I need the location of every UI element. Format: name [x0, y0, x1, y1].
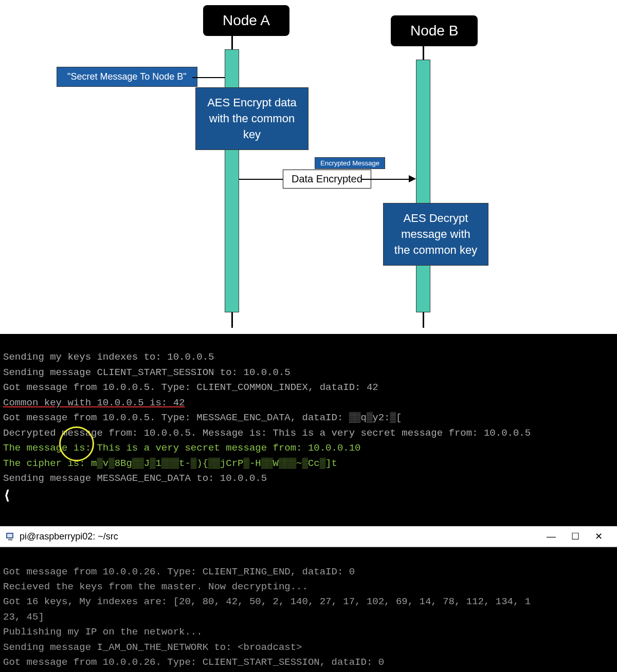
term2-line: Publishing my IP on the network... [3, 626, 203, 638]
aes-decrypt-box: AES Decrypt message with the common key [383, 203, 488, 266]
aes-encrypt-box: AES Encrypt data with the common key [195, 87, 308, 150]
lifeline-a-top [231, 35, 233, 49]
terminal-output-1: Sending my keys indexes to: 10.0.0.5 Sen… [0, 334, 617, 526]
node-a-label: Node A [203, 5, 289, 36]
term2-line: Recieved the keys from the master. Now d… [3, 581, 308, 592]
encrypted-message-badge: Encrypted Message [315, 157, 385, 169]
lifeline-a-bottom [231, 312, 233, 328]
term1-line: Got message from 10.0.0.5. Type: CLIENT_… [3, 382, 378, 393]
term1-line-message: The message is: This is a very secret me… [3, 442, 361, 454]
term1-line: Got message from 10.0.0.5. Type: MESSAGE… [3, 412, 402, 423]
window-title: pi@raspberrypi02: ~/src [20, 531, 547, 542]
arrow-data-to-b [361, 179, 410, 180]
term1-line: Sending message MESSAGE_ENC_DATA to: 10.… [3, 473, 267, 484]
term2-line: Got message from 10.0.0.26. Type: CLIENT… [3, 566, 355, 577]
term2-line: Sending message I_AM_ON_THE_NETWORK to: … [3, 642, 302, 653]
window-titlebar: pi@raspberrypi02: ~/src — ☐ ✕ [0, 526, 617, 547]
term1-line-common-key: Common key with 10.0.0.5 is: 42 [3, 397, 185, 408]
node-b-label: Node B [391, 15, 478, 46]
aes-decrypt-text: AES Decrypt message with the common key [394, 212, 477, 256]
term1-prompt: ⟨ [3, 489, 11, 504]
putty-icon [5, 531, 15, 542]
term1-line: Decrypted message from: 10.0.0.5. Messag… [3, 427, 531, 439]
svg-rect-2 [8, 539, 12, 540]
arrow-head-b [409, 175, 416, 182]
terminal-output-2: Got message from 10.0.0.26. Type: CLIENT… [0, 547, 617, 672]
term1-line-cipher: The cipher is: m▒v▒8Bg▒▒J▒1▒▒▒t-▒){▒▒jCr… [3, 458, 337, 469]
term2-line: Got 16 keys, My indexes are: [20, 80, 42… [3, 596, 531, 607]
secret-message-label: "Secret Message To Node B" [57, 67, 197, 87]
lifeline-b-top [423, 45, 424, 60]
close-button[interactable]: ✕ [595, 531, 603, 542]
arrow-a-to-data [239, 179, 283, 180]
svg-rect-1 [7, 534, 12, 537]
lifeline-b [416, 60, 430, 312]
sequence-diagram: Node A Node B "Secret Message To Node B"… [0, 0, 617, 334]
term1-line: Sending my keys indexes to: 10.0.0.5 [3, 351, 214, 363]
data-encrypted-label: Data Encrypted [283, 170, 371, 189]
minimize-button[interactable]: — [547, 531, 556, 542]
maximize-button[interactable]: ☐ [571, 531, 579, 542]
term2-line: Got message from 10.0.0.26. Type: CLIENT… [3, 657, 384, 668]
aes-encrypt-text: AES Encrypt data with the common key [207, 96, 297, 141]
lifeline-b-bottom [423, 312, 424, 328]
term1-line: Sending message CLIENT_START_SESSION to:… [3, 367, 291, 378]
term2-line: 23, 45] [3, 611, 44, 623]
